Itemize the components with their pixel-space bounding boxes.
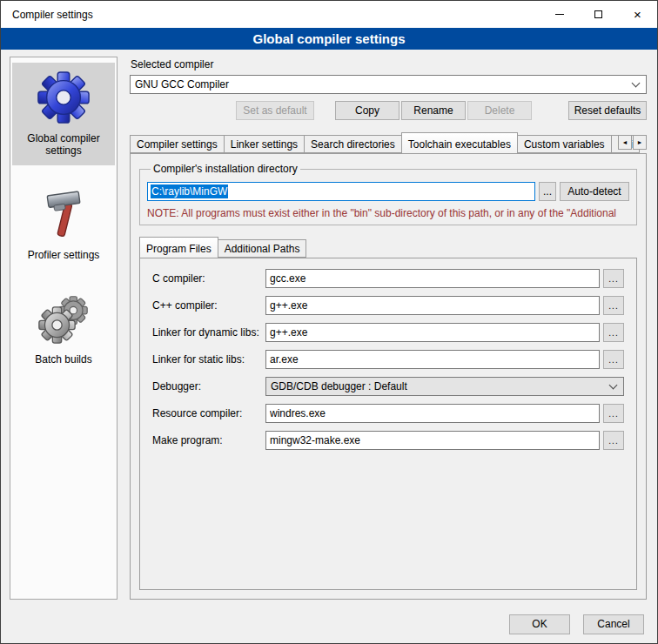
debugger-value: GDB/CDB debugger : Default: [271, 380, 407, 392]
settings-sidebar: Global compiler settings: [10, 57, 118, 600]
resource-compiler-browse-button[interactable]: ...: [603, 404, 624, 423]
window-title: Compiler settings: [12, 9, 93, 21]
close-button[interactable]: ×: [618, 1, 657, 28]
debugger-row: Debugger: GDB/CDB debugger : Default: [152, 377, 624, 396]
tab-search-directories[interactable]: Search directories: [304, 135, 402, 153]
resource-compiler-row: Resource compiler: ...: [152, 404, 624, 423]
sidebar-item-profiler-settings[interactable]: Profiler settings: [12, 179, 115, 270]
tab-scroll-right-icon[interactable]: ►: [633, 135, 647, 150]
cpp-compiler-browse-button[interactable]: ...: [603, 296, 624, 315]
selected-compiler-dropdown[interactable]: GNU GCC Compiler: [130, 75, 647, 94]
linker-dynamic-input[interactable]: [265, 323, 600, 342]
install-dir-selected-text: C:\raylib\MinGW: [151, 184, 228, 198]
resource-compiler-input[interactable]: [265, 404, 600, 423]
linker-static-input[interactable]: [265, 350, 600, 369]
cpp-compiler-input[interactable]: [265, 296, 600, 315]
rename-button[interactable]: Rename: [401, 101, 466, 120]
make-program-browse-button[interactable]: ...: [603, 431, 624, 450]
batch-builds-gears-icon: [36, 291, 91, 346]
cancel-button[interactable]: Cancel: [583, 614, 644, 634]
page-title: Global compiler settings: [1, 28, 657, 50]
install-dir-input[interactable]: C:\raylib\MinGW: [147, 182, 535, 201]
profiler-hammer-icon: [36, 186, 91, 242]
c-compiler-input[interactable]: [265, 269, 600, 288]
chevron-down-icon: [609, 381, 618, 390]
linker-static-browse-button[interactable]: ...: [603, 350, 624, 369]
tab-custom-variables[interactable]: Custom variables: [517, 135, 612, 153]
compiler-actions: Set as default Copy Rename Delete Reset …: [130, 101, 647, 120]
titlebar: Compiler settings ×: [1, 1, 657, 28]
dialog-footer: OK Cancel: [1, 605, 657, 643]
linker-dynamic-browse-button[interactable]: ...: [603, 323, 624, 342]
cpp-compiler-label: C++ compiler:: [152, 299, 262, 312]
install-dir-note: NOTE: All programs must exist either in …: [147, 207, 629, 219]
install-dir-browse-button[interactable]: ...: [539, 182, 556, 201]
debugger-label: Debugger:: [152, 380, 262, 392]
tab-additional-paths[interactable]: Additional Paths: [218, 239, 307, 258]
sidebar-item-label: Batch builds: [35, 353, 91, 366]
installation-directory-group: Compiler's installation directory C:\ray…: [139, 163, 637, 225]
selected-compiler-label: Selected compiler: [131, 58, 647, 70]
auto-detect-button[interactable]: Auto-detect: [560, 182, 629, 201]
caption-buttons: ×: [540, 1, 657, 28]
linker-dynamic-row: Linker for dynamic libs: ...: [152, 323, 624, 342]
tab-compiler-settings[interactable]: Compiler settings: [130, 135, 225, 153]
c-compiler-browse-button[interactable]: ...: [603, 269, 624, 288]
sidebar-item-label: Global compiler settings: [14, 132, 113, 157]
selected-compiler-value: GNU GCC Compiler: [135, 78, 229, 91]
sidebar-item-global-compiler-settings[interactable]: Global compiler settings: [12, 63, 115, 165]
global-compiler-gear-icon: [36, 70, 91, 125]
tab-program-files[interactable]: Program Files: [139, 237, 218, 258]
sidebar-item-batch-builds[interactable]: Batch builds: [12, 284, 115, 374]
make-program-label: Make program:: [152, 434, 262, 446]
make-program-row: Make program: ...: [152, 431, 624, 450]
tab-scroll-left-icon[interactable]: ◄: [618, 135, 632, 150]
ok-button[interactable]: OK: [509, 614, 570, 634]
reset-defaults-button[interactable]: Reset defaults: [568, 101, 647, 120]
tab-toolchain-executables[interactable]: Toolchain executables: [401, 132, 518, 153]
delete-button[interactable]: Delete: [467, 101, 532, 120]
installation-directory-legend: Compiler's installation directory: [151, 163, 300, 175]
minimize-button[interactable]: [540, 1, 579, 28]
tab-scroll-buttons: ◄ ►: [617, 135, 647, 150]
linker-static-label: Linker for static libs:: [152, 353, 262, 366]
maximize-icon: [594, 10, 602, 18]
close-icon: ×: [634, 8, 641, 21]
copy-button[interactable]: Copy: [335, 101, 400, 120]
c-compiler-label: C compiler:: [152, 272, 262, 285]
linker-static-row: Linker for static libs: ...: [152, 350, 624, 369]
cpp-compiler-row: C++ compiler: ...: [152, 296, 624, 315]
set-as-default-button[interactable]: Set as default: [236, 101, 314, 120]
chevron-down-icon: [632, 79, 641, 88]
debugger-dropdown[interactable]: GDB/CDB debugger : Default: [265, 377, 624, 396]
linker-dynamic-label: Linker for dynamic libs:: [152, 326, 262, 339]
sidebar-item-label: Profiler settings: [28, 249, 100, 261]
toolchain-executables-page: Compiler's installation directory C:\ray…: [130, 153, 647, 600]
tab-linker-settings[interactable]: Linker settings: [224, 135, 305, 153]
c-compiler-row: C compiler: ...: [152, 269, 624, 288]
compiler-tabs: Compiler settings Linker settings Search…: [130, 131, 647, 153]
minimize-icon: [555, 14, 564, 15]
resource-compiler-label: Resource compiler:: [152, 407, 262, 419]
program-files-page: C compiler: ... C++ compiler: ... Linker…: [139, 258, 637, 590]
program-tabs: Program Files Additional Paths: [139, 236, 637, 258]
compiler-settings-dialog: Compiler settings × Global compiler sett…: [0, 0, 658, 644]
maximize-button[interactable]: [579, 1, 618, 28]
make-program-input[interactable]: [265, 431, 600, 450]
